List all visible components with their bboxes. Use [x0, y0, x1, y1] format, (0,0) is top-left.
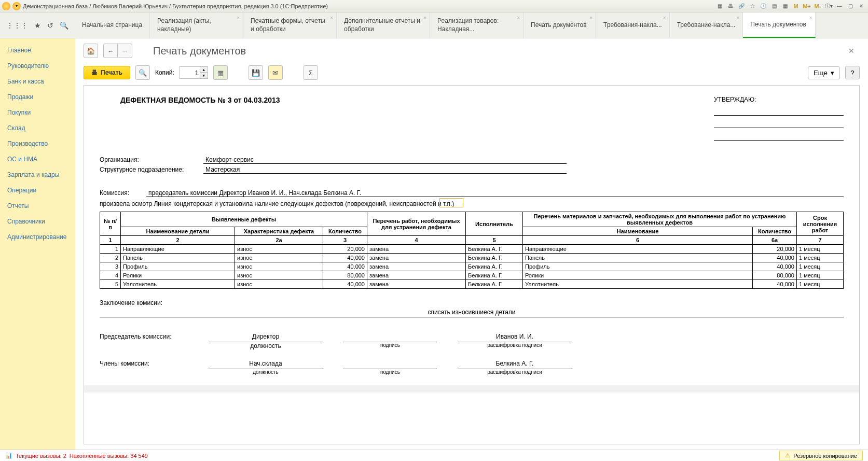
sidebar-item[interactable]: Операции: [0, 183, 75, 198]
cursor-cell: [439, 198, 463, 207]
tabsbar: ⋮⋮⋮ ★ ↺ 🔍 Начальная страницаРеализация (…: [0, 12, 868, 38]
history-icon[interactable]: ↺: [47, 21, 53, 30]
dept-label: Структурное подразделение:: [100, 166, 203, 174]
approve-line: [714, 130, 844, 141]
sidebar-item[interactable]: Справочники: [0, 214, 75, 229]
maximize-button[interactable]: ▢: [846, 2, 855, 11]
chevron-down-icon: ▾: [831, 69, 834, 77]
tab[interactable]: Печатные формы, отчеты и обработки×: [243, 12, 337, 38]
nav-icon[interactable]: ▦: [715, 2, 724, 11]
org-label: Организация:: [100, 156, 203, 164]
table-row: 3Профильизнос40,000заменаБелкина А. Г.Пр…: [100, 262, 844, 271]
sidebar-item[interactable]: Главное: [0, 43, 75, 58]
more-button[interactable]: Еще ▾: [808, 66, 840, 79]
tab[interactable]: Печать документов×: [743, 12, 816, 38]
print-icon[interactable]: 🖶: [726, 2, 735, 11]
sidebar-item[interactable]: Зарплата и кадры: [0, 167, 75, 183]
mem-m[interactable]: M: [791, 2, 801, 11]
toolbar: 🖶 Печать 🔍 Копий: ▲▼ ▦ 💾 ✉ Σ Еще ▾ ?: [75, 63, 868, 85]
sidebar-item[interactable]: Банк и касса: [0, 74, 75, 89]
status-icon: 📊: [5, 452, 12, 459]
preview-button[interactable]: 🔍: [135, 65, 150, 80]
chairman-name: Иванов И. И.: [458, 333, 572, 342]
table-row: 5Уплотнительизнос40,000заменаБелкина А. …: [100, 280, 844, 289]
inspect-text: произвела осмотр Линия кондитерская и ус…: [100, 200, 844, 207]
sidebar-item[interactable]: Склад: [0, 120, 75, 136]
titlebar: ▾ Демонстрационная база / Любимов Валери…: [0, 0, 868, 12]
sum-button[interactable]: Σ: [304, 65, 318, 80]
tab[interactable]: Реализация товаров: Накладная...×: [430, 12, 523, 38]
back-button[interactable]: ←: [103, 44, 118, 58]
help-button[interactable]: ?: [845, 66, 860, 79]
mem-plus[interactable]: M+: [802, 2, 811, 11]
table-row: 1Направляющиеизнос20,000заменаБелкина А.…: [100, 245, 844, 254]
sidebar-item[interactable]: Администрирование: [0, 229, 75, 245]
sidebar-item[interactable]: Руководителю: [0, 58, 75, 74]
sidebar: ГлавноеРуководителюБанк и кассаПродажиПо…: [0, 38, 75, 450]
sidebar-item[interactable]: ОС и НМА: [0, 151, 75, 167]
link-icon[interactable]: 🔗: [737, 2, 746, 11]
window-title: Демонстрационная база / Любимов Валерий …: [23, 3, 715, 9]
chairman-sig: [343, 333, 437, 342]
copies-spinner[interactable]: ▲▼: [200, 66, 208, 79]
dropdown-icon[interactable]: ▾: [12, 2, 21, 10]
horizontal-scrollbar[interactable]: [84, 385, 859, 393]
dept-value: Мастерская: [203, 166, 567, 174]
cal-icon[interactable]: ▦: [780, 2, 790, 11]
org-value: Комфорт-сервис: [203, 156, 567, 164]
close-button[interactable]: ✕: [857, 2, 866, 11]
sidebar-item[interactable]: Производство: [0, 136, 75, 151]
tab-close-icon[interactable]: ×: [423, 15, 426, 21]
star-icon[interactable]: ☆: [748, 2, 757, 11]
minimize-button[interactable]: —: [835, 2, 844, 11]
tab[interactable]: Требования-накла...×: [596, 12, 670, 38]
tab-close-icon[interactable]: ×: [663, 15, 666, 21]
tab-close-icon[interactable]: ×: [737, 15, 740, 21]
tab[interactable]: Дополнительные отчеты и обработки×: [337, 12, 430, 38]
copies-input[interactable]: [180, 66, 200, 79]
doc-title: ДЕФЕКТНАЯ ВЕДОМОСТЬ № 3 от 04.03.2013: [120, 96, 280, 141]
email-button[interactable]: ✉: [268, 65, 283, 80]
table-row: 4Роликиизнос80,000заменаБелкина А. Г.Рол…: [100, 271, 844, 280]
copies-label: Копий:: [155, 69, 174, 76]
statusbar: 📊 Текущие вызовы: 2 Накопленные вызовы: …: [0, 450, 868, 461]
content-area: 🏠 ← → Печать документов ✕ 🖶 Печать 🔍 Коп…: [75, 38, 868, 450]
search-icon[interactable]: 🔍: [60, 21, 68, 30]
tab-close-icon[interactable]: ×: [517, 15, 520, 21]
info-icon[interactable]: ⓘ▾: [824, 2, 833, 11]
save-button[interactable]: 💾: [249, 65, 263, 80]
mem-minus[interactable]: M-: [813, 2, 822, 11]
close-page-button[interactable]: ✕: [848, 47, 860, 55]
tab-close-icon[interactable]: ×: [589, 15, 593, 21]
tab-close-icon[interactable]: ×: [809, 15, 812, 21]
forward-button[interactable]: →: [118, 44, 132, 58]
calc-icon[interactable]: ▤: [769, 2, 779, 11]
chairman-pos: Директор: [209, 333, 323, 342]
printer-icon: 🖶: [91, 69, 98, 76]
tab-close-icon[interactable]: ×: [237, 15, 240, 21]
conclusion-label: Заключение комисии:: [100, 299, 844, 306]
tab[interactable]: Печать документов×: [523, 12, 596, 38]
backup-notice[interactable]: ⚠ Резервное копирование: [779, 451, 863, 460]
members-label: Члены комиссии:: [100, 360, 203, 375]
sidebar-item[interactable]: Отчеты: [0, 198, 75, 214]
tab[interactable]: Требование-накла...×: [670, 12, 743, 38]
template-button[interactable]: ▦: [213, 65, 228, 80]
sidebar-item[interactable]: Продажи: [0, 89, 75, 105]
member-sig: [343, 360, 437, 369]
tab[interactable]: Начальная страница: [75, 12, 150, 38]
conclusion-text: списать износившиеся детали: [100, 309, 844, 317]
app-icon: [2, 2, 10, 10]
grid-icon[interactable]: ⋮⋮⋮: [6, 21, 28, 30]
home-button[interactable]: 🏠: [84, 44, 98, 58]
tab-close-icon[interactable]: ×: [330, 15, 333, 21]
clock-icon[interactable]: 🕓: [759, 2, 768, 11]
bookmark-icon[interactable]: ★: [34, 21, 41, 30]
tab[interactable]: Реализация (акты, накладные)×: [150, 12, 243, 38]
member-name: Белкина А. Г.: [458, 360, 572, 369]
commission-label: Комиссия:: [100, 189, 146, 197]
print-button[interactable]: 🖶 Печать: [84, 66, 130, 79]
document-viewport[interactable]: ДЕФЕКТНАЯ ВЕДОМОСТЬ № 3 от 04.03.2013 УТ…: [84, 85, 860, 444]
table-row: 2Панельизнос40,000заменаБелкина А. Г.Пан…: [100, 254, 844, 262]
sidebar-item[interactable]: Покупки: [0, 105, 75, 120]
